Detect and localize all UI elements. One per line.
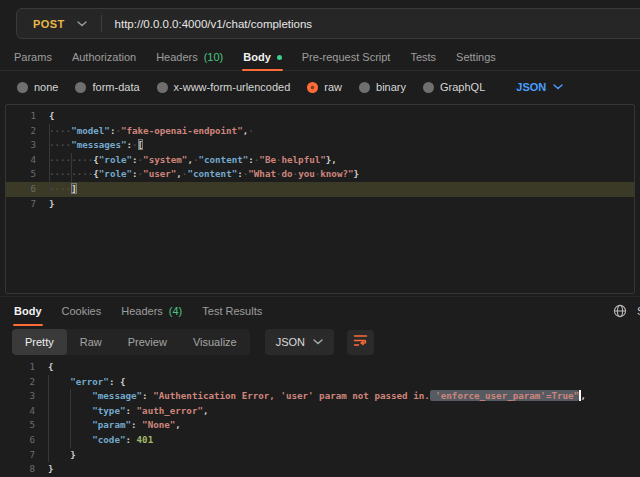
body-type-binary[interactable]: binary: [359, 81, 406, 93]
code-token: "auth_error": [137, 405, 203, 416]
view-preview[interactable]: Preview: [115, 329, 180, 355]
code-token: ]: [71, 183, 77, 194]
view-pretty[interactable]: Pretty: [12, 329, 67, 355]
tab-label: Headers: [156, 51, 198, 63]
tab-label: Params: [14, 51, 52, 63]
tab-label: Authorization: [72, 51, 136, 63]
body-type-form-data[interactable]: form-data: [75, 81, 139, 93]
code-token: [: [138, 139, 144, 150]
code-token: "content": [198, 154, 248, 165]
tab-settings[interactable]: Settings: [446, 44, 506, 70]
line-number: 7: [5, 448, 35, 463]
body-type-row: noneform-datax-www-form-urlencodedrawbin…: [0, 70, 640, 104]
chevron-down-icon: [553, 84, 563, 90]
word-wrap-button[interactable]: [347, 330, 374, 355]
radio-icon: [17, 82, 28, 93]
request-tabs: ParamsAuthorizationHeaders(10)BodyPre-re…: [0, 44, 640, 71]
globe-icon[interactable]: [613, 304, 627, 322]
code-token: [48, 376, 70, 387]
code-token: },: [326, 154, 337, 165]
line-number: 2: [6, 124, 36, 139]
body-type-raw[interactable]: raw: [307, 81, 342, 93]
code-token: "What: [248, 168, 276, 179]
tab-pre-request-script[interactable]: Pre-request Script: [292, 44, 401, 70]
tab-authorization[interactable]: Authorization: [62, 44, 146, 70]
request-body-editor[interactable]: 1{2····"model":·"fake-openai-endpoint",·…: [6, 105, 634, 211]
tab-label: Settings: [456, 51, 496, 63]
body-type-x-www-form-urlencoded[interactable]: x-www-form-urlencoded: [157, 81, 291, 93]
selected-text: 'enforce_user_param'=True": [430, 390, 579, 401]
indent-guide: [71, 153, 72, 182]
tab-headers[interactable]: Headers(10): [146, 44, 233, 70]
radio-icon: [75, 82, 86, 93]
code-line: 1{: [6, 109, 634, 124]
tab-test-results[interactable]: Test Results: [192, 297, 272, 325]
body-type-none[interactable]: none: [17, 81, 58, 93]
tab-label: Cookies: [62, 305, 102, 317]
code-line: 3····"messages":·[: [6, 138, 634, 153]
code-line: 8}: [5, 462, 635, 477]
body-type-graphql[interactable]: GraphQL: [423, 81, 485, 93]
url-input[interactable]: http://0.0.0.0:4000/v1/chat/completions: [102, 18, 313, 30]
request-content-type-dropdown[interactable]: JSON: [516, 81, 563, 93]
code-token: "Be: [259, 154, 276, 165]
tab-cookies[interactable]: Cookies: [52, 297, 112, 325]
code-token: you: [298, 168, 315, 179]
tab-params[interactable]: Params: [4, 44, 62, 70]
code-token: ····: [49, 125, 71, 136]
code-token: ····: [49, 139, 71, 150]
radio-icon: [307, 82, 318, 93]
tab-label: Body: [14, 305, 42, 317]
request-body-editor-frame: 1{2····"model":·"fake-openai-endpoint",·…: [5, 104, 635, 294]
tab-body[interactable]: Body: [4, 297, 52, 325]
tab-label: Body: [243, 51, 271, 63]
code-token: }: [49, 198, 55, 209]
line-number: 2: [5, 375, 35, 390]
tab-label: Tests: [410, 51, 436, 63]
code-token: ·: [248, 125, 254, 136]
code-line: 4 "type": "auth_error",: [5, 404, 635, 419]
line-number: 8: [5, 462, 35, 477]
code-token: "model": [71, 125, 110, 136]
code-token: "error": [70, 376, 109, 387]
code-line: 5········{"role":·"user",·"content":·"Wh…: [6, 167, 634, 182]
tab-count-badge: (4): [169, 305, 182, 317]
radio-label: form-data: [92, 81, 139, 93]
line-number: 3: [6, 138, 36, 153]
code-token: }: [354, 168, 360, 179]
view-visualize[interactable]: Visualize: [180, 329, 250, 355]
code-token: ,: [203, 405, 209, 416]
code-token: do: [282, 168, 293, 179]
radio-label: GraphQL: [440, 81, 485, 93]
line-number: 1: [6, 109, 36, 124]
line-number: 4: [5, 404, 35, 419]
line-number: 3: [5, 389, 35, 404]
line-number: 7: [6, 197, 36, 212]
code-token: "param": [92, 419, 131, 430]
code-token: "None": [142, 419, 175, 430]
indent-guide: [48, 375, 49, 463]
tab-tests[interactable]: Tests: [400, 44, 446, 70]
code-line: 3 "message": "Authentication Error, 'use…: [5, 389, 635, 404]
code-token: ·: [132, 139, 138, 150]
indent-guide: [70, 389, 71, 447]
code-token: }: [48, 463, 54, 474]
radio-icon: [157, 82, 168, 93]
method-dropdown[interactable]: POST: [17, 18, 101, 30]
response-tab-list: BodyCookiesHeaders(4)Test Results: [4, 297, 272, 325]
code-token: 401: [137, 434, 154, 445]
response-toolbar: PrettyRawPreviewVisualize JSON: [12, 329, 640, 355]
response-body-editor[interactable]: 1{2 "error": {3 "message": "Authenticati…: [5, 356, 635, 477]
code-token: {: [48, 361, 54, 372]
code-token: "Authentication Error, 'user' param not …: [153, 390, 430, 401]
tab-body[interactable]: Body: [233, 44, 292, 70]
code-line: 7 }: [5, 448, 635, 463]
tab-headers[interactable]: Headers(4): [111, 297, 192, 325]
view-raw[interactable]: Raw: [67, 329, 115, 355]
code-token: [48, 449, 70, 460]
code-token: "type": [92, 405, 125, 416]
radio-label: binary: [376, 81, 406, 93]
response-content-type-dropdown[interactable]: JSON: [265, 329, 334, 355]
code-token: {: [49, 110, 55, 121]
code-token: ,: [581, 390, 587, 401]
